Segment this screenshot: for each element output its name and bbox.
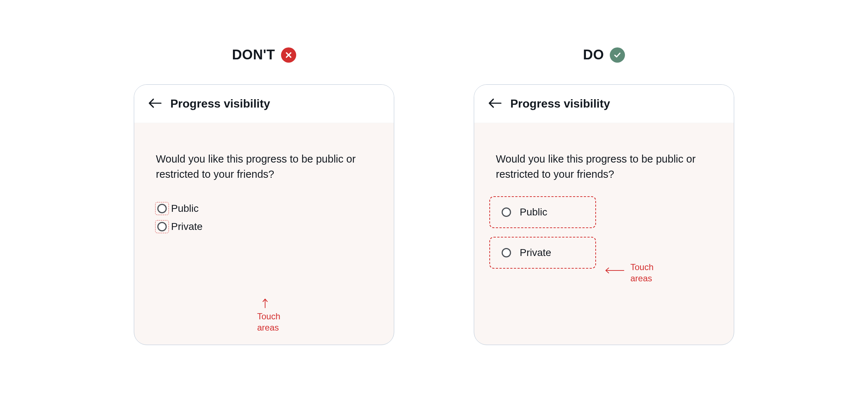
dont-card: Progress visibility Would you like this … [134,84,394,345]
radio-label: Private [520,247,551,259]
do-header: DO [583,47,625,63]
question-text: Would you like this progress to be publi… [496,151,712,182]
check-circle-icon [610,47,625,63]
page-title: Progress visibility [510,97,610,110]
dont-header: DON'T [232,47,296,63]
annotation-label: Touch areas [630,261,654,284]
radio-option-public: Public [155,202,372,215]
x-circle-icon [281,47,296,63]
card-body: Would you like this progress to be publi… [134,123,394,253]
do-label: DO [583,47,604,63]
annotation-arrow-up-icon [261,298,269,310]
radio-label: Private [171,221,203,232]
back-arrow-icon[interactable] [489,98,502,110]
do-panel: DO Progress visibility Would you like th… [474,47,734,345]
radio-label: Public [520,206,547,218]
radio-icon[interactable] [157,222,167,231]
radio-icon[interactable] [157,204,167,213]
back-arrow-icon[interactable] [149,98,162,110]
radio-icon [502,248,511,257]
annotation-label: Touch areas [257,311,280,333]
radio-option-public[interactable]: Public [489,196,596,228]
question-text: Would you like this progress to be publi… [156,151,372,182]
radio-option-private: Private [155,220,372,233]
card-header: Progress visibility [474,85,734,123]
radio-icon [502,207,511,217]
radio-label: Public [171,203,199,214]
radio-option-private[interactable]: Private [489,237,596,269]
touch-area-indicator [155,220,169,233]
do-card: Progress visibility Would you like this … [474,84,734,345]
card-body: Would you like this progress to be publi… [474,123,734,292]
annotation-arrow-left-icon [604,266,625,276]
card-header: Progress visibility [134,85,394,123]
touch-area-indicator [155,202,169,215]
page-title: Progress visibility [170,97,270,110]
dont-label: DON'T [232,47,275,63]
dont-panel: DON'T Progress visibility Would you like… [134,47,394,345]
